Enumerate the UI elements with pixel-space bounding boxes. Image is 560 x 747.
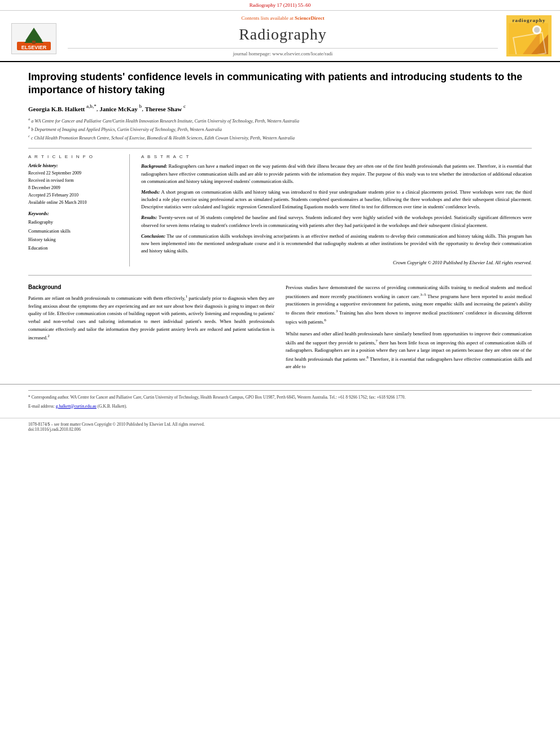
elsevier-image: ELSEVIER xyxy=(11,23,56,54)
section-divider xyxy=(28,148,532,148)
body-right-para1: Previous studies have demonstrated the s… xyxy=(286,284,532,325)
abstract-background: Background: Radiographers can have a mar… xyxy=(141,163,532,185)
journal-header: ELSEVIER Contents lists available at Sci… xyxy=(0,11,560,62)
affiliation-a: a a WA Centre for Cancer and Palliative … xyxy=(28,116,532,125)
author1-sup: a,b,*, xyxy=(86,105,98,112)
abstract-header: A B S T R A C T xyxy=(141,154,532,159)
abstract-conclusion: Conclusion: The use of communication ski… xyxy=(141,233,532,255)
results-text: Twenty-seven out of 36 students complete… xyxy=(141,215,532,228)
badge-title: radiography xyxy=(509,18,549,23)
email-note: E-mail address: g.halkett@curtin.edu.au … xyxy=(28,403,532,410)
authors-line: Georgia K.B. Halkett a,b,*, Janice McKay… xyxy=(28,104,532,112)
copyright-text: Crown Copyright © 2010 Published by Else… xyxy=(141,259,532,267)
corresponding-author-note: * Corresponding author. WA Centre for Ca… xyxy=(28,394,532,401)
footnote-area: * Corresponding author. WA Centre for Ca… xyxy=(0,384,560,418)
svg-text:ELSEVIER: ELSEVIER xyxy=(21,45,47,50)
journal-homepage: journal homepage: www.elsevier.com/locat… xyxy=(68,48,498,56)
elsevier-logo-area: ELSEVIER xyxy=(6,15,62,56)
journal-title-area: Contents lists available at ScienceDirec… xyxy=(68,15,498,56)
affiliations: a a WA Centre for Cancer and Palliative … xyxy=(28,116,532,141)
abstract-text: Background: Radiographers can have a mar… xyxy=(141,163,532,267)
abstract-results: Results: Twenty-seven out of 36 students… xyxy=(141,214,532,229)
email-link[interactable]: g.halkett@curtin.edu.au xyxy=(56,404,97,409)
svg-marker-6 xyxy=(509,34,548,54)
abstract-methods: Methods: A short program on communicatio… xyxy=(141,189,532,211)
email-suffix: (G.K.B. Halkett). xyxy=(98,404,127,409)
author2-sup: b, xyxy=(139,105,143,112)
section1-title: Background xyxy=(28,284,274,290)
affiliation-b: b b Department of Imaging and Applied Ph… xyxy=(28,125,532,133)
radiography-badge-area: radiography xyxy=(504,15,554,56)
methods-text: A short program on communication skills … xyxy=(141,189,532,209)
bottom-bar: 1078-8174/$ – see front matter Crown Cop… xyxy=(0,418,560,435)
issn-text: 1078-8174/$ – see front matter Crown Cop… xyxy=(28,422,532,427)
article-info: A R T I C L E I N F O Article history: R… xyxy=(28,154,130,267)
paper-title: Improving students' confidence levels in… xyxy=(28,71,532,97)
svg-rect-4 xyxy=(32,41,36,44)
citation-text: Radiography 17 (2011) 55–60 xyxy=(250,2,310,8)
history-dates: Received 22 September 2009 Received in r… xyxy=(28,170,121,206)
body-right-para2: Whilst nurses and other allied health pr… xyxy=(286,330,532,371)
paper-content: Improving students' confidence levels in… xyxy=(0,62,560,275)
badge-image xyxy=(509,23,548,54)
body-right: Previous studies have demonstrated the s… xyxy=(286,284,532,375)
body-left: Background Patients are reliant on healt… xyxy=(28,284,274,375)
citation-bar: Radiography 17 (2011) 55–60 xyxy=(0,0,560,11)
background-text: Radiographers can have a marked impact o… xyxy=(141,163,532,184)
doi-text: doi:10.1016/j.radi.2010.02.006 xyxy=(28,427,532,432)
abstract-section: A B S T R A C T Background: Radiographer… xyxy=(141,154,532,267)
radiography-badge: radiography xyxy=(506,15,552,56)
keyword-2: Communication skills xyxy=(28,227,121,235)
journal-title: Radiography xyxy=(239,25,327,43)
keywords-label: Keywords: xyxy=(28,211,121,216)
keyword-1: Radiography xyxy=(28,218,121,226)
footnote-divider xyxy=(28,390,532,391)
methods-label: Methods: xyxy=(141,189,160,195)
sciencedirect-notice: Contents lists available at ScienceDirec… xyxy=(242,15,325,21)
info-abstract-section: A R T I C L E I N F O Article history: R… xyxy=(28,154,532,267)
svg-rect-5 xyxy=(509,23,548,54)
history-label: Article history: xyxy=(28,163,121,168)
affiliation-c: c c Child Health Promotion Research Cent… xyxy=(28,133,532,142)
keywords-list: Radiography Communication skills History… xyxy=(28,218,121,252)
body-para1: Patients are reliant on health professio… xyxy=(28,294,274,342)
keyword-3: History taking xyxy=(28,235,121,244)
keyword-4: Education xyxy=(28,244,121,252)
conclusion-text: The use of communication skills workshop… xyxy=(141,233,532,254)
background-label: Background: xyxy=(141,163,167,169)
results-label: Results: xyxy=(141,215,157,220)
body-content: Background Patients are reliant on healt… xyxy=(0,276,560,383)
author1: Georgia K.B. Halkett xyxy=(28,105,85,112)
author2: Janice McKay xyxy=(99,105,138,112)
conclusion-label: Conclusion: xyxy=(141,233,165,239)
svg-point-9 xyxy=(534,27,540,33)
author3-sup: c xyxy=(183,105,186,112)
author3: Therese Shaw xyxy=(145,105,182,112)
article-info-header: A R T I C L E I N F O xyxy=(28,154,121,159)
